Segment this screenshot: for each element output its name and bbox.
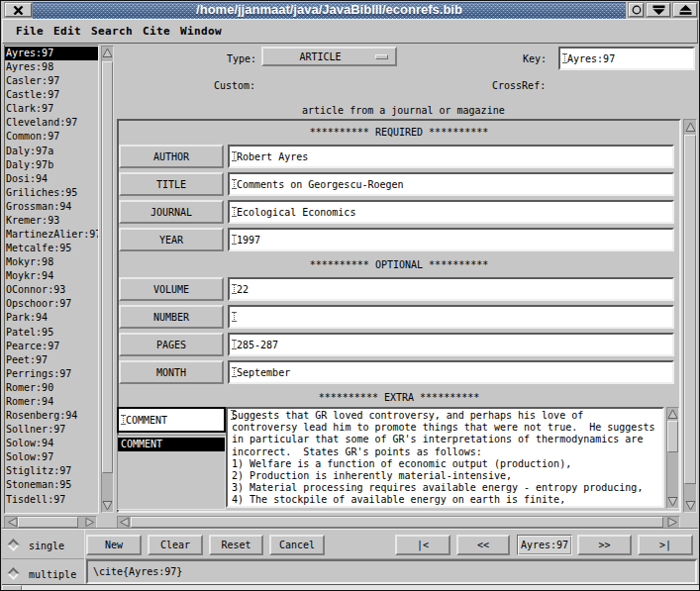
reference-list-item[interactable]: Stiglitz:97 bbox=[5, 464, 98, 478]
reference-list-item[interactable]: Romer:94 bbox=[5, 395, 98, 409]
reference-list-item[interactable]: Dosi:94 bbox=[5, 172, 98, 186]
scroll-left-icon[interactable] bbox=[118, 517, 130, 528]
pages-field-button[interactable]: PAGES bbox=[119, 333, 224, 356]
reference-list-vscrollbar[interactable] bbox=[101, 46, 114, 513]
reference-list-item[interactable]: Casler:97 bbox=[5, 74, 98, 88]
reference-list-item[interactable]: Romer:90 bbox=[5, 381, 98, 395]
reference-list-item[interactable]: Pearce:97 bbox=[5, 340, 98, 353]
nav-next-button[interactable]: >> bbox=[577, 535, 632, 555]
reference-list-item[interactable]: Sollner:97 bbox=[5, 423, 98, 437]
number-field-button[interactable]: NUMBER bbox=[119, 305, 224, 329]
reference-list-item[interactable]: Griliches:95 bbox=[5, 186, 98, 200]
journal-field[interactable]: Ecological Economics bbox=[228, 200, 674, 224]
nav-prev-button[interactable]: << bbox=[456, 535, 510, 555]
reference-list-item[interactable]: OConnor:93 bbox=[5, 283, 98, 297]
window-iconify-button[interactable] bbox=[647, 3, 670, 17]
reference-list-item[interactable]: Ayres:98 bbox=[5, 60, 98, 74]
reference-list-item[interactable]: Park:94 bbox=[5, 311, 98, 325]
reference-list-item[interactable]: Metcalfe:95 bbox=[5, 242, 98, 255]
form-vscrollbar[interactable] bbox=[683, 119, 697, 513]
reference-list-item[interactable]: Solow:94 bbox=[5, 437, 98, 450]
reference-list-item[interactable]: Perrings:97 bbox=[5, 367, 98, 381]
pages-field[interactable]: 285-287 bbox=[228, 333, 674, 356]
scrollbar-thumb[interactable] bbox=[18, 517, 78, 528]
scroll-up-icon[interactable] bbox=[667, 408, 678, 421]
reference-list: Ayres:97Ayres:98Casler:97Castle:97Clark:… bbox=[4, 45, 99, 514]
clear-button[interactable]: Clear bbox=[148, 535, 203, 555]
reference-list-item[interactable]: Tisdell:97 bbox=[5, 493, 98, 507]
window-menu-button[interactable] bbox=[629, 3, 644, 17]
scrollbar-thumb[interactable] bbox=[102, 61, 113, 473]
reference-list-item[interactable]: Castle:97 bbox=[5, 88, 98, 102]
cancel-button[interactable]: Cancel bbox=[269, 535, 325, 555]
titlebar[interactable]: /home/jjanmaat/java/JavaBibIII/econrefs.… bbox=[2, 1, 698, 18]
reference-list-item[interactable]: Mokyr:98 bbox=[5, 255, 98, 269]
scrollbar-thumb[interactable] bbox=[667, 421, 678, 452]
reference-list-item[interactable]: Kremer:93 bbox=[5, 214, 98, 228]
scrollbar-thumb[interactable] bbox=[2, 585, 22, 591]
reference-list-item[interactable]: Grossman:94 bbox=[5, 200, 98, 214]
scrollbar-thumb[interactable] bbox=[684, 135, 696, 484]
scroll-left-icon[interactable] bbox=[6, 517, 18, 528]
nav-last-button[interactable]: >| bbox=[638, 535, 693, 555]
month-field[interactable]: September bbox=[228, 360, 674, 384]
title-field-button[interactable]: TITLE bbox=[119, 172, 224, 196]
menu-edit[interactable]: Edit bbox=[53, 20, 81, 44]
year-field[interactable]: 1997 bbox=[228, 228, 674, 251]
reference-list-item[interactable]: Stoneman:95 bbox=[5, 478, 98, 492]
menu-cite[interactable]: Cite bbox=[143, 20, 170, 44]
reference-list-item[interactable]: Moykr:94 bbox=[5, 269, 98, 283]
month-field-button[interactable]: MONTH bbox=[119, 360, 224, 384]
title-field[interactable]: Comments on Georgescu-Roegen bbox=[228, 172, 674, 196]
reset-button[interactable]: Reset bbox=[209, 535, 263, 555]
year-field-button[interactable]: YEAR bbox=[119, 228, 224, 251]
reference-list-item[interactable]: Cleveland:97 bbox=[5, 116, 98, 130]
extra-section-header: ********** EXTRA ********** bbox=[119, 392, 679, 403]
volume-field[interactable]: 22 bbox=[228, 277, 674, 301]
text-caret-icon bbox=[232, 284, 237, 294]
reference-list-item[interactable]: MartinezAlier:97 bbox=[5, 228, 98, 242]
new-button[interactable]: New bbox=[86, 535, 142, 555]
author-field-button[interactable]: AUTHOR bbox=[119, 145, 224, 168]
scroll-down-icon[interactable] bbox=[684, 499, 696, 512]
titlebar-pattern[interactable]: /home/jjanmaat/java/JavaBibIII/econrefs.… bbox=[33, 2, 626, 18]
reference-list-item[interactable]: Daly:97a bbox=[5, 145, 98, 158]
reference-list-item[interactable]: Opschoor:97 bbox=[5, 297, 98, 311]
extra-field-list-item[interactable]: COMMENT bbox=[118, 438, 225, 451]
type-option-menu[interactable]: ARTICLE bbox=[261, 47, 397, 66]
scroll-down-icon[interactable] bbox=[102, 499, 113, 512]
scroll-up-icon[interactable] bbox=[684, 121, 696, 134]
extra-field-name-input[interactable]: COMMENT bbox=[117, 407, 226, 433]
menu-window[interactable]: Window bbox=[180, 20, 222, 44]
volume-field-button[interactable]: VOLUME bbox=[119, 277, 224, 301]
reference-list-item[interactable]: Rosenberg:94 bbox=[5, 409, 98, 423]
reference-list-item[interactable]: Common:97 bbox=[5, 130, 98, 144]
scroll-up-icon[interactable] bbox=[102, 47, 113, 59]
reference-list-item[interactable]: Ayres:97 bbox=[5, 47, 98, 60]
scrollbar-thumb[interactable] bbox=[131, 517, 663, 528]
number-field[interactable] bbox=[228, 305, 674, 329]
reference-list-item[interactable]: Clark:97 bbox=[5, 102, 98, 116]
cite-hscrollbar[interactable] bbox=[2, 584, 700, 591]
scroll-right-icon[interactable] bbox=[85, 517, 95, 528]
single-toggle-label[interactable]: single bbox=[29, 541, 64, 551]
window-close-button[interactable] bbox=[5, 3, 32, 17]
author-field[interactable]: Robert Ayres bbox=[228, 145, 674, 168]
nav-first-button[interactable]: |< bbox=[395, 535, 450, 555]
reference-list-item[interactable]: Daly:97b bbox=[5, 158, 98, 172]
reference-list-item[interactable]: Solow:97 bbox=[5, 450, 98, 464]
scroll-right-icon[interactable] bbox=[666, 517, 678, 528]
menu-file[interactable]: File bbox=[16, 20, 44, 44]
cite-command-field[interactable]: \cite{Ayres:97} bbox=[86, 559, 697, 584]
scroll-down-icon[interactable] bbox=[667, 495, 678, 508]
multiple-toggle-label[interactable]: multiple bbox=[29, 569, 76, 580]
extra-field-list[interactable]: COMMENT bbox=[117, 435, 226, 510]
journal-field-button[interactable]: JOURNAL bbox=[119, 200, 224, 224]
menu-search[interactable]: Search bbox=[91, 20, 133, 44]
window-maximize-button[interactable] bbox=[673, 3, 697, 17]
comment-textarea[interactable]: Suggests that GR loved controversy, and … bbox=[226, 407, 664, 508]
comment-vscrollbar[interactable] bbox=[666, 407, 679, 509]
reference-list-item[interactable]: Peet:97 bbox=[5, 353, 98, 367]
reference-list-item[interactable]: Patel:95 bbox=[5, 326, 98, 340]
key-field[interactable]: Ayres:97 bbox=[558, 47, 695, 70]
